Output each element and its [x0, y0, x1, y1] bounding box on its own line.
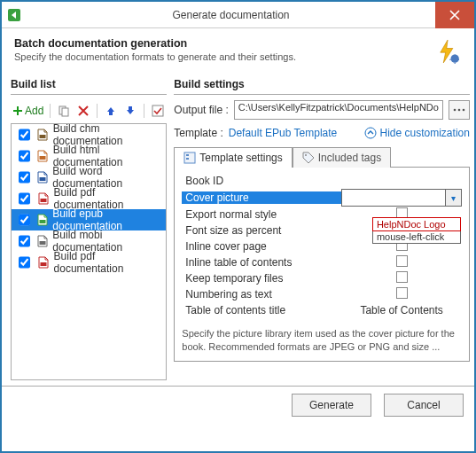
setting-row[interactable]: Inline table of contents — [182, 254, 462, 270]
setting-name: Keep temporary files — [182, 272, 341, 285]
build-list-item[interactable]: Build word documentation — [12, 167, 166, 188]
move-up-button[interactable] — [102, 102, 120, 120]
dropdown-option[interactable]: mouse-left-click — [373, 230, 460, 243]
svg-rect-5 — [40, 135, 46, 138]
build-list-item[interactable]: Build pdf documentation — [12, 252, 166, 273]
setting-name: Numbering as text — [182, 288, 341, 301]
build-list-item[interactable]: Build mobi documentation — [12, 230, 166, 252]
svg-point-15 — [365, 128, 376, 138]
build-list[interactable]: Build chm documentationBuild html docume… — [11, 123, 167, 380]
svg-rect-6 — [40, 156, 46, 160]
properties-icon — [183, 152, 196, 164]
svg-point-1 — [451, 55, 459, 63]
svg-point-19 — [305, 154, 307, 156]
build-item-checkbox[interactable] — [19, 256, 30, 269]
setting-value-check[interactable] — [341, 287, 462, 301]
setting-name: Inline cover page — [182, 240, 341, 253]
window-close-button[interactable] — [435, 2, 474, 28]
dropdown-option-highlighted[interactable]: HelpNDoc Logo — [372, 217, 461, 231]
doc-icon — [36, 191, 50, 206]
setting-row[interactable]: Table of contents titleTable of Contents — [182, 302, 462, 318]
doc-icon — [36, 213, 49, 227]
svg-rect-9 — [40, 220, 46, 223]
doc-icon — [36, 234, 49, 248]
svg-rect-3 — [62, 108, 68, 116]
build-list-item[interactable]: Build chm documentation — [12, 124, 166, 145]
template-label: Template : — [174, 127, 222, 139]
build-list-item[interactable]: Build html documentation — [12, 145, 166, 167]
delete-button[interactable] — [74, 102, 92, 120]
add-label: Add — [25, 105, 43, 117]
doc-icon — [36, 128, 50, 142]
settings-tabs: Template settings Included tags — [174, 146, 470, 168]
build-list-item[interactable]: Build epub documentation — [12, 209, 166, 230]
build-item-checkbox[interactable] — [19, 129, 30, 141]
move-down-button[interactable] — [121, 102, 139, 120]
doc-icon — [36, 255, 50, 269]
generate-button[interactable]: Generate — [292, 394, 371, 417]
build-item-checkbox[interactable] — [19, 192, 30, 205]
svg-point-12 — [454, 109, 456, 112]
hide-customization-link[interactable]: Hide customization — [364, 127, 470, 139]
window-title: Generate documentation — [27, 9, 435, 21]
output-file-field[interactable]: C:\Users\KellyFitzpatrick\Documents\Help… — [234, 100, 443, 120]
build-item-checkbox[interactable] — [19, 171, 30, 184]
setting-row[interactable]: Numbering as text — [182, 286, 462, 302]
setting-row[interactable]: Book ID — [182, 173, 462, 189]
svg-rect-7 — [40, 177, 46, 181]
cover-picture-dropdown[interactable]: HelpNDoc Logo mouse-left-click — [372, 217, 461, 244]
svg-rect-11 — [40, 262, 46, 266]
setting-value-check[interactable] — [341, 271, 462, 285]
intro-subtext: Specify the documentation formats to gen… — [14, 51, 433, 62]
lightning-icon — [433, 37, 462, 66]
template-link[interactable]: Default EPub Template — [229, 127, 338, 139]
app-icon — [2, 8, 27, 22]
build-list-title: Build list — [11, 78, 167, 90]
svg-rect-18 — [186, 158, 189, 160]
setting-name: Table of contents title — [182, 304, 341, 316]
build-item-checkbox[interactable] — [19, 150, 30, 162]
plus-icon — [12, 105, 23, 116]
tab-template-settings[interactable]: Template settings — [174, 147, 292, 168]
build-item-checkbox[interactable] — [19, 214, 30, 226]
setting-row[interactable]: Keep temporary files — [182, 270, 462, 286]
setting-name: Cover picture — [182, 191, 341, 204]
ellipsis-icon — [453, 107, 465, 113]
setting-row[interactable]: Cover picture▾ — [182, 189, 462, 207]
setting-name: Book ID — [182, 175, 341, 187]
chevron-down-icon[interactable]: ▾ — [445, 190, 461, 206]
template-settings-panel: Book IDCover picture▾Export normal style… — [174, 168, 470, 362]
doc-icon — [36, 170, 49, 184]
setting-value-dropdown[interactable]: ▾ — [341, 189, 462, 207]
build-list-item[interactable]: Build pdf documentation — [12, 188, 166, 209]
svg-rect-4 — [152, 105, 163, 116]
svg-point-13 — [458, 109, 461, 112]
setting-name: Inline table of contents — [182, 256, 341, 269]
setting-hint: Specify the picture library item used as… — [182, 327, 462, 354]
copy-button[interactable] — [55, 102, 73, 120]
svg-rect-8 — [40, 199, 46, 202]
build-item-checkbox[interactable] — [19, 235, 30, 247]
setting-name: Export normal style — [182, 208, 341, 221]
build-item-label: Build pdf documentation — [54, 250, 163, 275]
setting-value-check[interactable] — [341, 255, 462, 269]
cancel-button[interactable]: Cancel — [384, 394, 464, 417]
intro-heading: Batch documentation generation — [14, 37, 433, 50]
doc-icon — [36, 149, 50, 163]
svg-point-14 — [463, 109, 465, 112]
setting-value-text[interactable]: Table of Contents — [341, 304, 462, 316]
svg-rect-10 — [40, 241, 46, 245]
check-all-button[interactable] — [149, 102, 167, 120]
svg-rect-17 — [186, 154, 189, 156]
setting-name: Font size as percent — [182, 224, 341, 237]
svg-rect-16 — [184, 152, 195, 163]
add-button[interactable]: Add — [11, 102, 45, 120]
browse-button[interactable] — [449, 100, 470, 120]
build-settings-title: Build settings — [174, 78, 470, 90]
output-file-label: Output file : — [174, 104, 228, 116]
build-list-toolbar: Add — [11, 100, 167, 123]
tab-included-tags[interactable]: Included tags — [293, 147, 391, 168]
collapse-icon — [364, 127, 377, 139]
tag-icon — [302, 152, 315, 164]
